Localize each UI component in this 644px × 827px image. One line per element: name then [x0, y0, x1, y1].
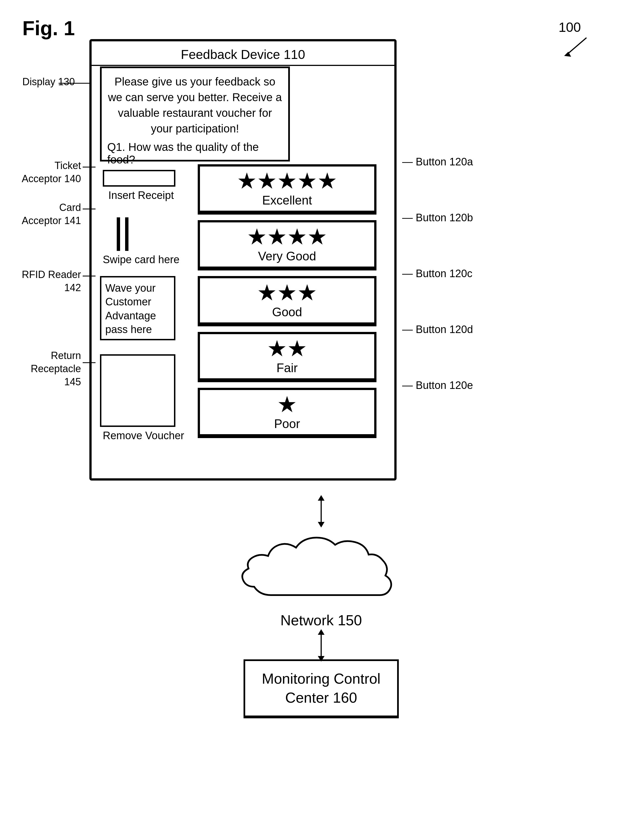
button-120b-label: — Button 120b: [402, 212, 473, 224]
ticket-acceptor-line: [83, 164, 97, 170]
stars-120b: ★★★★: [247, 226, 327, 248]
arrow-device-to-network: [321, 500, 322, 523]
button-120b[interactable]: ★★★★ Very Good: [198, 220, 376, 270]
feedback-device-title: Feedback Device 110: [92, 41, 395, 66]
button-120d-label: — Button 120d: [402, 323, 473, 335]
network-section: Network 150 Monitoring ControlCenter 160: [17, 500, 625, 718]
rfid-reader-line: [83, 273, 97, 279]
stars-120a: ★★★★★: [237, 170, 337, 192]
rfid-text: Wave your Customer Advantage pass here: [105, 281, 170, 337]
button-120e[interactable]: ★ Poor: [198, 388, 376, 438]
figure-label: Fig. 1: [22, 17, 75, 40]
button-120a-label: — Button 120a: [402, 156, 473, 168]
stars-120c: ★★★: [257, 282, 317, 304]
ref-100-arrow: [558, 35, 592, 57]
label-120c: Good: [272, 305, 302, 319]
insert-receipt-label: Insert Receipt: [108, 189, 174, 201]
label-120b: Very Good: [258, 249, 316, 263]
rfid-reader-label: RFID Reader142: [20, 268, 81, 295]
ticket-acceptor-label: TicketAcceptor 140: [20, 159, 81, 186]
monitoring-label: Monitoring ControlCenter 160: [262, 671, 380, 706]
stars-120d: ★★: [267, 337, 307, 360]
network-cloud: [237, 523, 405, 618]
card-acceptor-line: [83, 206, 97, 212]
monitoring-control-center-box: Monitoring ControlCenter 160: [243, 659, 399, 718]
remove-voucher-label: Remove Voucher: [103, 430, 184, 442]
button-120c[interactable]: ★★★ Good: [198, 276, 376, 326]
label-120a: Excellent: [262, 193, 312, 207]
swipe-card-label: Swipe card here: [103, 254, 179, 266]
button-120a[interactable]: ★★★★★ Excellent: [198, 164, 376, 215]
card-acceptor-line2: [125, 217, 128, 251]
feedback-device-box: Feedback Device 110 Please give us your …: [89, 39, 396, 481]
network-label: Network 150: [281, 612, 362, 629]
arrow-network-to-monitoring: [321, 634, 322, 657]
button-120d[interactable]: ★★ Fair: [198, 332, 376, 382]
label-120e: Poor: [274, 417, 300, 431]
return-receptacle-box: [100, 354, 175, 427]
ref-number-100: 100: [558, 20, 581, 35]
rfid-reader-box: Wave your Customer Advantage pass here: [100, 276, 175, 340]
return-receptacle-line: [83, 360, 97, 365]
label-120d: Fair: [276, 361, 298, 375]
question-text: Q1. How was the quality of the food?: [107, 141, 282, 166]
svg-line-0: [567, 38, 586, 55]
card-acceptor-line1: [117, 217, 120, 251]
card-acceptor-label: CardAcceptor 141: [20, 201, 81, 228]
display-box: Please give us your feedback so we can s…: [100, 67, 290, 161]
stars-120e: ★: [277, 393, 297, 416]
ticket-acceptor: [103, 170, 175, 187]
display-label-line: [59, 80, 92, 86]
return-receptacle-label: ReturnReceptacle145: [20, 349, 81, 389]
button-120e-label: — Button 120e: [402, 379, 473, 392]
display-text: Please give us your feedback so we can s…: [107, 74, 282, 136]
button-120c-label: — Button 120c: [402, 268, 472, 280]
